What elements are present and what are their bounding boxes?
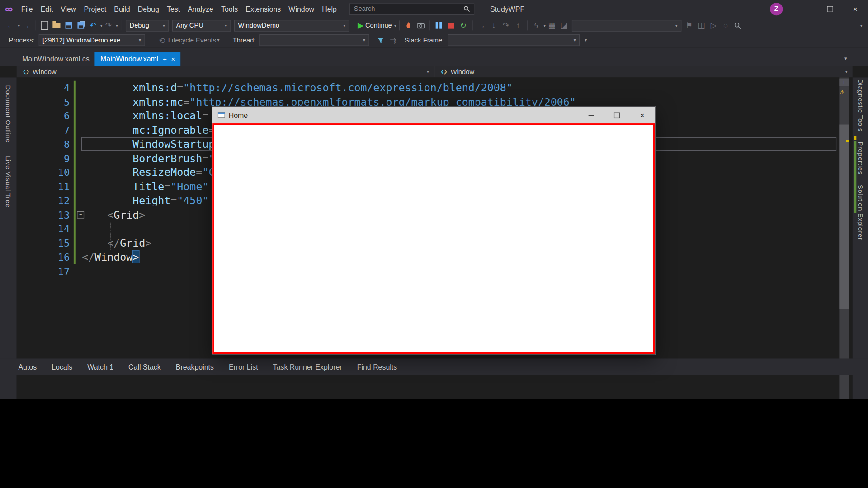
step-out-button[interactable]: ↑ xyxy=(513,19,524,32)
navigate-back-button[interactable]: ← xyxy=(5,19,16,32)
wpf-home-window[interactable]: Home × xyxy=(212,106,656,355)
menu-file[interactable]: File xyxy=(17,0,37,18)
continue-button[interactable]: ▶ xyxy=(358,19,363,32)
redo-dropdown-icon[interactable]: ▾ xyxy=(116,23,118,28)
thread-dropdown[interactable]: ▾ xyxy=(259,34,369,46)
menu-project[interactable]: Project xyxy=(80,0,110,18)
side-tab-solution-explorer[interactable]: Solution Explorer xyxy=(856,185,864,240)
continue-label[interactable]: Continue xyxy=(365,22,392,29)
toolbar-icon-2[interactable]: ◪ xyxy=(558,19,569,32)
menu-extensions[interactable]: Extensions xyxy=(242,0,285,18)
line-number: 13 xyxy=(17,208,72,222)
lifecycle-events-label[interactable]: Lifecycle Events xyxy=(168,36,216,44)
solution-configuration-dropdown[interactable]: Debug ▾ xyxy=(126,19,169,31)
filter-threads-button[interactable] xyxy=(375,34,386,46)
stack-frame-dropdown[interactable]: ▾ xyxy=(448,34,580,46)
step-into-button[interactable]: ↓ xyxy=(488,19,499,32)
panel-tab-watch-1[interactable]: Watch 1 xyxy=(87,363,113,371)
continue-dropdown-icon[interactable]: ▾ xyxy=(394,23,396,28)
navbar-left-dropdown[interactable]: Window ▾ xyxy=(17,66,434,78)
line-number: 17 xyxy=(17,264,72,278)
fold-collapse-toggle[interactable]: − xyxy=(77,211,84,219)
toolbar-icon-1[interactable]: ▦ xyxy=(546,19,557,32)
home-minimize-button[interactable] xyxy=(579,107,604,123)
restart-button[interactable]: ↻ xyxy=(458,19,469,32)
lifecycle-events-button[interactable]: ⟲ xyxy=(156,34,167,46)
panel-tab-locals[interactable]: Locals xyxy=(52,363,72,371)
process-label: Process: xyxy=(9,36,35,44)
menu-edit[interactable]: Edit xyxy=(37,0,57,18)
save-button[interactable] xyxy=(63,19,74,32)
undo-dropdown-icon[interactable]: ▾ xyxy=(100,23,103,28)
document-tab-strip: MainWindow.xaml.csMainWindow.xaml+× ▾ xyxy=(0,47,868,66)
debugbar-overflow-icon[interactable]: ▾ xyxy=(585,38,587,42)
menu-debug[interactable]: Debug xyxy=(134,0,163,18)
break-all-button[interactable] xyxy=(434,19,444,32)
chevron-down-icon[interactable]: ▾ xyxy=(543,23,546,28)
step-over-button[interactable]: ↷ xyxy=(500,19,511,32)
find-in-files-button[interactable] xyxy=(732,19,743,32)
panel-tab-find-results[interactable]: Find Results xyxy=(357,363,397,371)
editor-tab-mainwindow-xaml-cs[interactable]: MainWindow.xaml.cs xyxy=(17,52,95,66)
side-tab-document-outline[interactable]: Document Outline xyxy=(5,85,12,143)
undo-button[interactable]: ↶ xyxy=(87,19,98,32)
navbar-right-dropdown[interactable]: Window ▾ xyxy=(434,66,852,78)
toolbar-icon-5[interactable]: ▷ xyxy=(708,19,719,32)
chevron-down-icon: ▾ xyxy=(139,38,141,42)
toolbar-icon-6[interactable]: ◌ xyxy=(720,19,731,32)
scrollbar-thumb[interactable] xyxy=(839,125,849,309)
panel-tab-task-runner-explorer[interactable]: Task Runner Explorer xyxy=(273,363,342,371)
toolbar-search-dropdown[interactable]: ▾ xyxy=(572,19,681,31)
maximize-button[interactable] xyxy=(817,0,842,18)
document-list-dropdown-icon[interactable]: ▾ xyxy=(844,56,847,61)
panel-tab-breakpoints[interactable]: Breakpoints xyxy=(176,363,214,371)
home-close-button[interactable]: × xyxy=(629,107,655,123)
xaml-snapshot-button[interactable] xyxy=(415,19,426,32)
toolbar-icon-4[interactable]: ◫ xyxy=(696,19,707,32)
search-box[interactable]: Search xyxy=(349,3,475,15)
startup-project-dropdown[interactable]: WindowDemo ▾ xyxy=(234,19,349,31)
menu-test[interactable]: Test xyxy=(163,0,184,18)
process-dropdown[interactable]: [29612] WindowDemo.exe ▾ xyxy=(38,34,145,46)
show-threads-in-source-button[interactable]: ⇉ xyxy=(387,34,398,46)
toolbar-overflow-icon[interactable]: ▾ xyxy=(860,23,863,28)
line-text: </Window> xyxy=(72,250,139,264)
menu-analyze[interactable]: Analyze xyxy=(184,0,217,18)
account-avatar[interactable]: Z xyxy=(770,3,783,15)
menu-help[interactable]: Help xyxy=(318,0,341,18)
chevron-down-icon: ▾ xyxy=(363,38,365,42)
panel-tab-call-stack[interactable]: Call Stack xyxy=(128,363,161,371)
save-all-button[interactable] xyxy=(75,19,86,32)
stop-debugging-button[interactable] xyxy=(446,19,457,32)
redo-button[interactable]: ↷ xyxy=(103,19,114,32)
close-button[interactable]: × xyxy=(843,0,868,18)
close-tab-icon[interactable]: × xyxy=(171,55,175,63)
show-next-statement-button[interactable]: → xyxy=(476,19,487,32)
side-tab-properties[interactable]: Properties xyxy=(856,142,864,175)
side-tab-live-visual-tree[interactable]: Live Visual Tree xyxy=(5,156,12,207)
new-file-button[interactable] xyxy=(39,19,50,32)
pin-tab-icon[interactable]: + xyxy=(163,55,167,63)
home-maximize-button[interactable] xyxy=(604,107,629,123)
vertical-scrollbar[interactable]: + ⚠ ▾ xyxy=(839,77,849,399)
menu-window[interactable]: Window xyxy=(285,0,318,18)
code-line-4[interactable]: 4 xmlns:d="http://schemas.microsoft.com/… xyxy=(17,81,840,95)
menu-build[interactable]: Build xyxy=(110,0,134,18)
navigate-forward-button[interactable]: → xyxy=(20,19,31,32)
minimize-button[interactable] xyxy=(792,0,817,18)
home-window-content[interactable] xyxy=(212,123,655,354)
solution-platform-dropdown[interactable]: Any CPU ▾ xyxy=(172,19,231,31)
panel-tab-autos[interactable]: Autos xyxy=(18,363,37,371)
editor-tab-mainwindow-xaml[interactable]: MainWindow.xaml+× xyxy=(95,52,181,66)
home-window-titlebar[interactable]: Home × xyxy=(212,107,655,123)
menu-view[interactable]: View xyxy=(57,0,80,18)
hot-reload-button[interactable] xyxy=(403,19,414,32)
toolbar-icon-3[interactable]: ⚑ xyxy=(684,19,694,32)
navigate-back-dropdown-icon[interactable]: ▾ xyxy=(18,23,20,28)
hot-path-button[interactable]: ϟ xyxy=(531,19,542,32)
split-editor-handle[interactable]: + xyxy=(839,79,849,86)
panel-tab-error-list[interactable]: Error List xyxy=(229,363,258,371)
side-tab-diagnostic-tools[interactable]: Diagnostic Tools xyxy=(856,79,864,132)
open-file-button[interactable] xyxy=(51,19,62,32)
menu-tools[interactable]: Tools xyxy=(217,0,241,18)
